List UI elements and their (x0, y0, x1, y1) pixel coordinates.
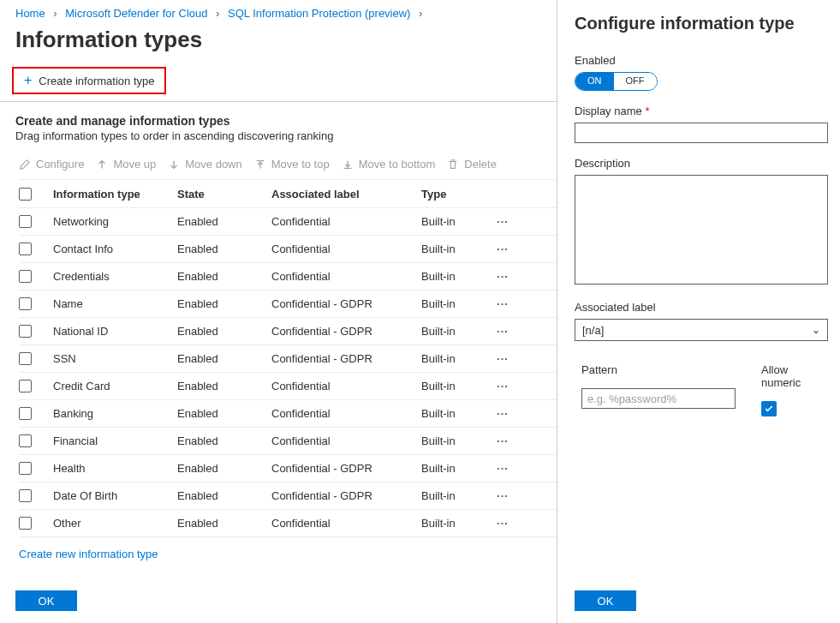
cell-type: Built-in (421, 517, 486, 530)
plus-icon: + (24, 74, 32, 87)
row-checkbox[interactable] (19, 215, 32, 228)
configure-button[interactable]: Configure (19, 158, 84, 171)
enabled-toggle[interactable]: ON OFF (575, 72, 658, 91)
row-checkbox[interactable] (19, 407, 32, 420)
more-icon[interactable]: ··· (486, 325, 520, 338)
table-row[interactable]: FinancialEnabledConfidentialBuilt-in··· (19, 428, 557, 455)
col-associated-label[interactable]: Associated label (271, 188, 421, 201)
cell-associated-label: Confidential - GDPR (271, 297, 421, 310)
arrow-up-icon (96, 159, 108, 171)
table-row[interactable]: NameEnabledConfidential - GDPRBuilt-in··… (19, 291, 557, 318)
col-info-type[interactable]: Information type (53, 188, 177, 201)
toggle-on[interactable]: ON (575, 73, 614, 90)
cell-type: Built-in (421, 380, 486, 392)
row-checkbox[interactable] (19, 352, 32, 365)
cell-info-type: Health (53, 462, 177, 475)
row-checkbox[interactable] (19, 325, 32, 338)
cell-state: Enabled (177, 243, 271, 255)
row-checkbox[interactable] (19, 270, 32, 283)
cell-associated-label: Confidential (271, 380, 421, 392)
associated-label-select[interactable]: [n/a] ⌄ (575, 319, 828, 341)
main-pane: Home › Microsoft Defender for Cloud › SQ… (0, 0, 557, 623)
table-row[interactable]: Contact InfoEnabledConfidentialBuilt-in·… (19, 236, 557, 263)
allow-numeric-checkbox[interactable] (761, 401, 777, 416)
cell-state: Enabled (177, 407, 271, 420)
move-to-bottom-button[interactable]: Move to bottom (342, 158, 436, 171)
col-type[interactable]: Type (421, 188, 486, 201)
table-row[interactable]: National IDEnabledConfidential - GDPRBui… (19, 318, 557, 345)
create-information-type-button[interactable]: + Create information type (12, 67, 166, 94)
info-types-table: Information type State Associated label … (0, 179, 557, 537)
move-to-top-button[interactable]: Move to top (254, 158, 330, 171)
table-row[interactable]: CredentialsEnabledConfidentialBuilt-in··… (19, 263, 557, 291)
more-icon[interactable]: ··· (486, 434, 520, 447)
table-row[interactable]: HealthEnabledConfidential - GDPRBuilt-in… (19, 455, 557, 482)
breadcrumb-home[interactable]: Home (15, 7, 45, 20)
chevron-right-icon: › (419, 7, 422, 20)
row-checkbox[interactable] (19, 297, 32, 310)
ok-button-right[interactable]: OK (575, 590, 636, 611)
table-row[interactable]: Credit CardEnabledConfidentialBuilt-in··… (19, 373, 557, 400)
cell-state: Enabled (177, 325, 271, 338)
configure-pane: Configure information type Enabled ON OF… (557, 0, 840, 623)
toolbar-label: Delete (464, 158, 497, 171)
cell-state: Enabled (177, 270, 271, 283)
row-checkbox[interactable] (19, 462, 32, 475)
more-icon[interactable]: ··· (486, 517, 520, 530)
more-icon[interactable]: ··· (486, 215, 520, 228)
cell-type: Built-in (421, 407, 486, 420)
cell-type: Built-in (421, 434, 486, 447)
table-row[interactable]: SSNEnabledConfidential - GDPRBuilt-in··· (19, 345, 557, 373)
more-icon[interactable]: ··· (486, 270, 520, 283)
select-all-checkbox[interactable] (19, 188, 32, 201)
chevron-right-icon: › (53, 7, 57, 20)
more-icon[interactable]: ··· (486, 297, 520, 310)
col-state[interactable]: State (177, 188, 271, 201)
move-up-button[interactable]: Move up (96, 158, 156, 171)
cell-state: Enabled (177, 462, 271, 475)
cell-associated-label: Confidential - GDPR (271, 352, 421, 365)
cell-state: Enabled (177, 352, 271, 365)
toggle-off[interactable]: OFF (614, 73, 657, 90)
cell-associated-label: Confidential (271, 270, 421, 283)
delete-button[interactable]: Delete (447, 158, 497, 171)
edit-icon (19, 159, 31, 171)
cell-info-type: Credit Card (53, 380, 177, 392)
associated-label-label: Associated label (575, 301, 828, 314)
cell-info-type: Credentials (53, 270, 177, 283)
create-new-link[interactable]: Create new information type (0, 537, 557, 560)
pattern-input[interactable] (581, 388, 736, 409)
row-checkbox[interactable] (19, 517, 32, 530)
more-icon[interactable]: ··· (486, 380, 520, 392)
row-checkbox[interactable] (19, 489, 32, 502)
row-checkbox[interactable] (19, 243, 32, 255)
more-icon[interactable]: ··· (486, 407, 520, 420)
cell-info-type: Other (53, 517, 177, 530)
more-icon[interactable]: ··· (486, 462, 520, 475)
toolbar-label: Configure (36, 158, 84, 171)
table-row[interactable]: Date Of BirthEnabledConfidential - GDPRB… (19, 482, 557, 510)
breadcrumb-sql-info[interactable]: SQL Information Protection (preview) (228, 7, 410, 20)
more-icon[interactable]: ··· (486, 243, 520, 255)
display-name-input[interactable] (575, 123, 828, 143)
page-title: Information types (0, 23, 557, 67)
table-row[interactable]: BankingEnabledConfidentialBuilt-in··· (19, 400, 557, 428)
breadcrumb: Home › Microsoft Defender for Cloud › SQ… (0, 7, 557, 23)
toolbar-label: Move to bottom (359, 158, 436, 171)
cell-state: Enabled (177, 215, 271, 228)
more-icon[interactable]: ··· (486, 489, 520, 502)
move-down-button[interactable]: Move down (168, 158, 241, 171)
cell-type: Built-in (421, 462, 486, 475)
row-checkbox[interactable] (19, 380, 32, 392)
subheader-title: Create and manage information types (15, 114, 557, 128)
table-row[interactable]: OtherEnabledConfidentialBuilt-in··· (19, 510, 557, 537)
description-input[interactable] (575, 175, 828, 285)
ok-button[interactable]: OK (15, 590, 77, 611)
more-icon[interactable]: ··· (486, 352, 520, 365)
subheader: Create and manage information types Drag… (0, 102, 557, 142)
row-checkbox[interactable] (19, 434, 32, 447)
cell-type: Built-in (421, 325, 486, 338)
table-row[interactable]: NetworkingEnabledConfidentialBuilt-in··· (19, 208, 557, 236)
breadcrumb-defender[interactable]: Microsoft Defender for Cloud (65, 7, 207, 20)
cell-state: Enabled (177, 380, 271, 392)
